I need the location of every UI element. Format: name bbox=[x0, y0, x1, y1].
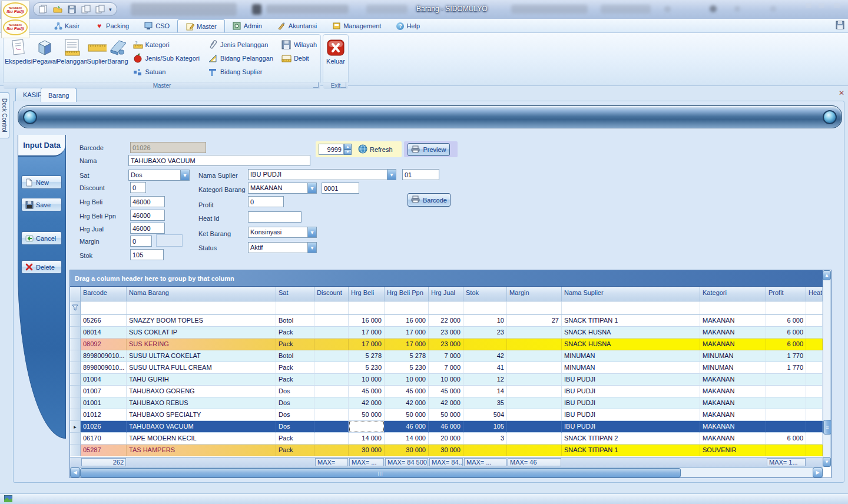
cell-heat[interactable] bbox=[806, 433, 823, 445]
ribbon-button-debit[interactable]: Debit bbox=[279, 52, 319, 65]
refresh-button[interactable]: Refresh bbox=[358, 144, 393, 155]
cell-hrg_jual[interactable]: 30 000 bbox=[429, 445, 463, 456]
cell-nama[interactable]: SUS COKLAT IP bbox=[127, 327, 276, 339]
cell-barcode[interactable]: 01004 bbox=[81, 374, 127, 386]
discount-field[interactable] bbox=[130, 182, 146, 193]
cell-hrg_jual[interactable]: 46 000 bbox=[429, 421, 463, 433]
cell-profit[interactable] bbox=[766, 397, 806, 409]
cell-hrg_beli_ppn[interactable]: 30 000 bbox=[385, 445, 429, 456]
qat-dropdown-icon[interactable]: ▾ bbox=[109, 6, 112, 12]
column-header-profit[interactable]: Profit bbox=[766, 287, 806, 301]
cell-hrg_beli_ppn[interactable]: 17 000 bbox=[385, 327, 429, 339]
cell-sat[interactable]: Pack bbox=[276, 362, 314, 374]
cell-hrg_beli[interactable]: 46 000 bbox=[349, 421, 385, 433]
table-row[interactable]: ▸01026TAHUBAXO VACUUMDos46 00046 00046 0… bbox=[70, 421, 823, 433]
cell-hrg_beli[interactable]: 16 000 bbox=[349, 315, 385, 327]
tab-management[interactable]: Management bbox=[324, 19, 389, 32]
column-header-discount[interactable]: Discount bbox=[314, 287, 349, 301]
filter-cell-margin[interactable] bbox=[507, 301, 562, 314]
cell-discount[interactable] bbox=[314, 409, 349, 421]
row-indicator-cell[interactable] bbox=[70, 445, 81, 456]
row-indicator-cell[interactable]: ▸ bbox=[70, 421, 81, 433]
cell-sat[interactable]: Pack bbox=[276, 339, 314, 350]
cell-heat[interactable] bbox=[806, 350, 823, 362]
column-header-suplier[interactable]: Nama Suplier bbox=[562, 287, 700, 301]
column-header-margin[interactable]: Margin bbox=[507, 287, 562, 301]
delete-button[interactable]: Delete bbox=[21, 260, 62, 274]
cell-barcode[interactable]: 05287 bbox=[81, 445, 127, 456]
table-row[interactable]: 01012TAHUBAXO SPECIALTYDos50 00050 00050… bbox=[70, 409, 823, 421]
cell-kategori[interactable]: MINUMAN bbox=[700, 350, 766, 362]
hrg-beli-field[interactable] bbox=[130, 196, 165, 207]
row-indicator-cell[interactable] bbox=[70, 433, 81, 445]
cancel-button[interactable]: Cancel bbox=[21, 231, 62, 245]
tab-admin[interactable]: Admin bbox=[225, 19, 270, 32]
cell-profit[interactable]: 1 770 bbox=[766, 362, 806, 374]
cell-nama[interactable]: TAPE MODERN KECIL bbox=[127, 433, 276, 445]
cell-kategori[interactable]: SOUVENIR bbox=[700, 445, 766, 456]
ribbon-button-pelanggan[interactable]: Pelanggan bbox=[57, 36, 87, 82]
cell-nama[interactable]: TAHUBAXO GORENG bbox=[127, 386, 276, 397]
cell-barcode[interactable]: 01026 bbox=[81, 421, 127, 433]
cell-heat[interactable] bbox=[806, 397, 823, 409]
filter-cell-heat[interactable] bbox=[806, 301, 823, 314]
cell-margin[interactable]: 27 bbox=[507, 315, 562, 327]
scroll-up-icon[interactable] bbox=[823, 270, 831, 280]
barcode-field[interactable] bbox=[130, 142, 206, 153]
tab-packing[interactable]: ♥ Packing bbox=[87, 19, 137, 32]
barcode-button[interactable]: Barcode bbox=[408, 193, 450, 207]
ribbon-button-satuan[interactable]: Satuan bbox=[131, 65, 202, 78]
new-button[interactable]: New bbox=[21, 175, 62, 189]
cell-stok[interactable]: 3 bbox=[463, 433, 507, 445]
table-row[interactable]: 06170TAPE MODERN KECILPack14 00014 00020… bbox=[70, 433, 823, 445]
cell-discount[interactable] bbox=[314, 350, 349, 362]
cell-kategori[interactable]: MAKANAN bbox=[700, 433, 766, 445]
cell-profit[interactable]: 6 000 bbox=[766, 315, 806, 327]
cell-kategori[interactable]: MAKANAN bbox=[700, 315, 766, 327]
filter-cell-stok[interactable] bbox=[463, 301, 507, 314]
dock-control-tab[interactable]: Dock Control bbox=[0, 92, 9, 138]
cell-discount[interactable] bbox=[314, 421, 349, 433]
cell-heat[interactable] bbox=[806, 315, 823, 327]
cell-hrg_beli[interactable]: 30 000 bbox=[349, 445, 385, 456]
cell-stok[interactable]: 14 bbox=[463, 386, 507, 397]
cell-margin[interactable] bbox=[507, 362, 562, 374]
cell-kategori[interactable]: MAKANAN bbox=[700, 397, 766, 409]
cell-nama[interactable]: TAHUBAXO SPECIALTY bbox=[127, 409, 276, 421]
cell-hrg_beli[interactable]: 14 000 bbox=[349, 433, 385, 445]
cell-sat[interactable]: Pack bbox=[276, 327, 314, 339]
cell-nama[interactable]: TAHUBAXO REBUS bbox=[127, 397, 276, 409]
cell-discount[interactable] bbox=[314, 327, 349, 339]
cell-heat[interactable] bbox=[806, 327, 823, 339]
table-row[interactable]: 8998009010...SUSU ULTRA FULL CREAMPack5 … bbox=[70, 362, 823, 374]
scroll-right-icon[interactable] bbox=[813, 467, 823, 478]
cell-hrg_beli_ppn[interactable]: 42 000 bbox=[385, 397, 429, 409]
cell-hrg_beli_ppn[interactable]: 14 000 bbox=[385, 433, 429, 445]
table-row[interactable]: 8998009010...SUSU ULTRA COKELATBotol5 27… bbox=[70, 350, 823, 362]
cell-margin[interactable] bbox=[507, 421, 562, 433]
preview-button[interactable]: Preview bbox=[408, 143, 450, 156]
kategori-code-field[interactable] bbox=[322, 183, 359, 194]
cell-suplier[interactable]: SNACK HUSNA bbox=[562, 327, 700, 339]
row-indicator-cell[interactable] bbox=[70, 350, 81, 362]
cell-margin[interactable] bbox=[507, 397, 562, 409]
tab-akuntansi[interactable]: Akuntansi bbox=[270, 19, 324, 32]
cell-hrg_jual[interactable]: 22 000 bbox=[429, 315, 463, 327]
cell-sat[interactable]: Botol bbox=[276, 350, 314, 362]
tab-master[interactable]: Master bbox=[177, 19, 225, 32]
filter-cell-hrg_beli[interactable] bbox=[349, 301, 385, 314]
cell-hrg_beli_ppn[interactable]: 50 000 bbox=[385, 409, 429, 421]
cell-heat[interactable] bbox=[806, 339, 823, 350]
filter-cell-kategori[interactable] bbox=[700, 301, 766, 314]
cell-kategori[interactable]: MAKANAN bbox=[700, 374, 766, 386]
cell-sat[interactable]: Pack bbox=[276, 374, 314, 386]
row-indicator-cell[interactable] bbox=[70, 362, 81, 374]
cell-hrg_beli_ppn[interactable]: 10 000 bbox=[385, 374, 429, 386]
cell-margin[interactable] bbox=[507, 339, 562, 350]
cell-kategori[interactable]: MINUMAN bbox=[700, 362, 766, 374]
filter-cell-discount[interactable] bbox=[314, 301, 349, 314]
cell-suplier[interactable]: IBU PUDJI bbox=[562, 374, 700, 386]
cell-nama[interactable]: SUSU ULTRA FULL CREAM bbox=[127, 362, 276, 374]
vertical-scrollbar[interactable] bbox=[823, 270, 831, 467]
cell-margin[interactable] bbox=[507, 374, 562, 386]
